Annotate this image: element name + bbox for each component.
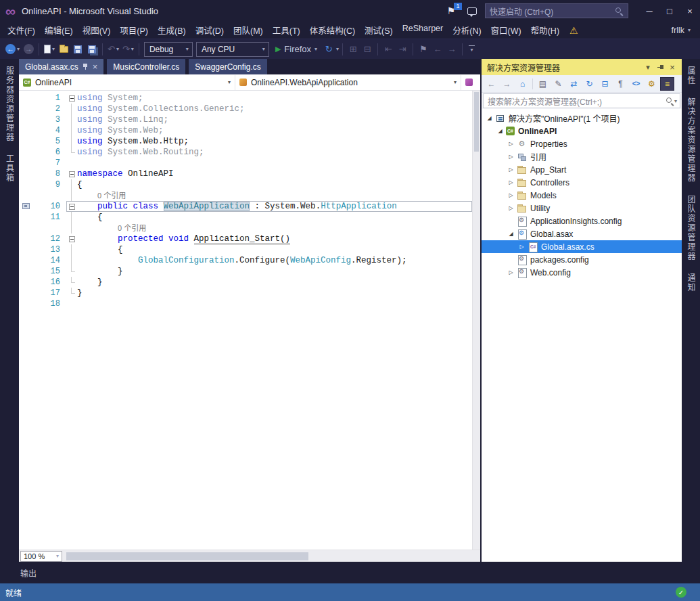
breakpoints-icon[interactable]: ⊞	[346, 41, 360, 58]
menu-item[interactable]: 调试(D)	[191, 21, 229, 39]
memory-icon[interactable]: ⊟	[360, 41, 374, 58]
start-debug-button[interactable]: ▶Firefox▾	[271, 41, 321, 58]
save-button[interactable]	[71, 41, 85, 58]
solution-search-input[interactable]: 搜索解决方案资源管理器(Ctrl+;) ▾	[483, 93, 680, 108]
sync-icon[interactable]: ⇄	[567, 77, 581, 91]
tool-window-tab[interactable]: 通知	[685, 267, 697, 298]
show-all-files-icon[interactable]: ¶	[613, 77, 628, 91]
tree-item[interactable]: ▷App_Start	[482, 163, 682, 176]
toolbar-overflow-button[interactable]: ▾	[469, 45, 475, 53]
tree-item[interactable]: ▷Web.config	[482, 266, 682, 279]
document-tab[interactable]: SwaggerConfig.cs	[189, 59, 266, 74]
minimize-button[interactable]: ─	[639, 1, 659, 20]
close-button[interactable]: ×	[680, 1, 700, 20]
expander-icon[interactable]: ◢	[484, 115, 494, 121]
open-file-button[interactable]	[57, 41, 70, 58]
warning-icon[interactable]: ⚠	[569, 25, 578, 36]
pending-changes-icon[interactable]: ✎	[551, 77, 565, 91]
navigate-forward-button[interactable]: →	[22, 41, 35, 58]
solution-explorer-header[interactable]: 解决方案资源管理器 ▾ ×	[482, 59, 682, 75]
menu-item[interactable]: 工具(T)	[268, 21, 305, 39]
type-dropdown[interactable]: OnlineAPI.WebApiApplication ▾	[235, 75, 461, 90]
output-window-tab[interactable]: 输出	[20, 567, 37, 579]
expander-icon[interactable]: ◢	[495, 128, 505, 134]
tool-window-tab[interactable]: 工具箱	[4, 148, 16, 189]
zoom-dropdown[interactable]: 100 % ▾	[20, 551, 62, 562]
indent-icon[interactable]: ⇥	[396, 41, 409, 58]
expander-icon[interactable]: ▷	[506, 154, 516, 160]
expander-icon[interactable]: ▷	[506, 179, 516, 185]
view-code-icon[interactable]: <>	[629, 77, 643, 91]
properties-wrench-icon[interactable]: ⚙	[645, 77, 659, 91]
tree-item[interactable]: ▷Controllers	[482, 176, 682, 189]
close-tab-icon[interactable]: ×	[93, 62, 98, 71]
platform-dropdown[interactable]: Any CPU▾	[196, 42, 269, 57]
quick-launch-search[interactable]: 快速启动 (Ctrl+Q)	[485, 3, 628, 18]
tool-window-tab[interactable]: 属性	[685, 60, 697, 91]
configuration-dropdown[interactable]: Debug▾	[144, 42, 193, 57]
codelens-references[interactable]: 0 个引用	[77, 190, 126, 201]
tree-item[interactable]: ▷Global.asax.cs	[482, 240, 682, 253]
menu-item[interactable]: 体系结构(C)	[305, 21, 360, 39]
menu-item[interactable]: 分析(N)	[448, 21, 486, 39]
menu-item[interactable]: 编辑(E)	[40, 21, 78, 39]
toggle-bookmark-icon[interactable]: ⚑	[417, 41, 430, 58]
pin-icon[interactable]	[654, 61, 666, 73]
tool-window-tab[interactable]: 服务器资源管理器	[4, 60, 16, 148]
menu-item[interactable]: ReSharper	[398, 21, 448, 39]
undo-button[interactable]: ↶▾	[106, 41, 120, 58]
code-editor[interactable]: 1using System;2using System.Collections.…	[19, 91, 480, 550]
tree-item[interactable]: ◢解决方案"OnlineAPI"(1 个项目)	[482, 112, 682, 125]
refresh-icon[interactable]: ↻	[582, 77, 597, 91]
tool-window-tab[interactable]: 解决方案资源管理器	[685, 91, 697, 189]
pin-icon[interactable]	[83, 63, 89, 70]
fold-toggle-icon[interactable]	[69, 171, 75, 177]
outdent-icon[interactable]: ⇤	[381, 41, 395, 58]
menu-item[interactable]: 测试(S)	[360, 21, 398, 39]
tree-item[interactable]: packages.config	[482, 253, 682, 266]
tool-window-tab[interactable]: 团队资源管理器	[685, 189, 697, 267]
window-menu-chevron-icon[interactable]: ▾	[642, 61, 654, 73]
codelens-references[interactable]: 0 个引用	[77, 223, 146, 233]
horizontal-scrollbar[interactable]	[62, 550, 480, 562]
menu-item[interactable]: 文件(F)	[3, 21, 40, 39]
fold-toggle-icon[interactable]	[69, 204, 75, 210]
account-menu[interactable]: frllk ▾	[672, 26, 700, 35]
run-options-chevron-icon[interactable]: ▾	[336, 46, 339, 52]
expander-icon[interactable]: ▷	[506, 192, 516, 198]
navigate-back-button[interactable]: ←▾	[4, 41, 21, 58]
notifications-flag-icon[interactable]: ⚑1	[446, 5, 459, 16]
home-icon[interactable]: ⌂	[515, 77, 530, 91]
expander-icon[interactable]: ▷	[506, 269, 516, 275]
forward-icon[interactable]: →	[500, 77, 514, 91]
sync-with-active-document-icon[interactable]: ≡	[660, 77, 674, 91]
document-tab[interactable]: MusicController.cs	[107, 59, 185, 74]
switch-views-icon[interactable]: ▤	[536, 77, 550, 91]
menu-item[interactable]: 生成(B)	[153, 21, 191, 39]
prev-bookmark-icon[interactable]: ←	[431, 41, 444, 58]
new-file-button[interactable]: ▾	[43, 41, 56, 58]
tree-item[interactable]: ▷Models	[482, 189, 682, 202]
menu-item[interactable]: 视图(V)	[78, 21, 116, 39]
menu-item[interactable]: 团队(M)	[229, 21, 268, 39]
next-bookmark-icon[interactable]: →	[445, 41, 459, 58]
tree-item[interactable]: ▷引用	[482, 150, 682, 163]
save-all-button[interactable]	[85, 41, 99, 58]
menu-item[interactable]: 窗口(W)	[486, 21, 526, 39]
back-icon[interactable]: ←	[484, 77, 498, 91]
feedback-icon[interactable]	[467, 7, 477, 15]
fold-toggle-icon[interactable]	[69, 95, 75, 102]
redo-button[interactable]: ↷▾	[121, 41, 135, 58]
expander-icon[interactable]: ▷	[506, 166, 516, 173]
expander-icon[interactable]: ◢	[506, 231, 516, 237]
maximize-button[interactable]: □	[659, 1, 680, 20]
member-dropdown[interactable]	[461, 79, 477, 86]
scrollbar-thumb[interactable]	[474, 92, 479, 152]
tree-item[interactable]: ▷Properties	[482, 137, 682, 150]
tree-item[interactable]: ▷Utility	[482, 202, 682, 215]
expander-icon[interactable]: ▷	[506, 205, 516, 211]
expander-icon[interactable]: ▷	[517, 244, 527, 250]
expander-icon[interactable]: ▷	[506, 141, 516, 147]
document-tab[interactable]: Global.asax.cs×	[19, 59, 103, 74]
menu-item[interactable]: 帮助(H)	[526, 21, 564, 39]
